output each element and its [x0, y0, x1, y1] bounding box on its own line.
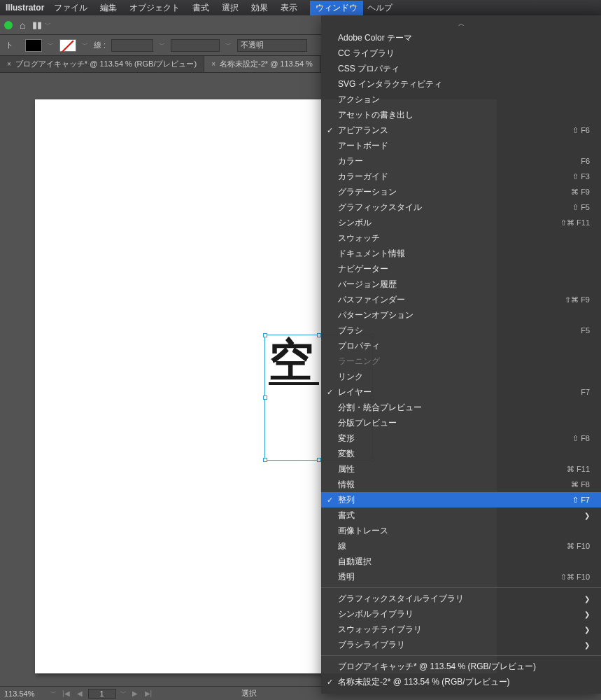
- menu-item[interactable]: ✓アピアランス⇧ F6: [321, 122, 601, 138]
- menu-item-label: グラフィックスタイルライブラリ: [338, 593, 584, 605]
- menu-item[interactable]: 属性⌘ F11: [321, 461, 601, 477]
- menu-item[interactable]: 情報⌘ F8: [321, 477, 601, 492]
- menu-item[interactable]: ドキュメント情報: [321, 246, 601, 261]
- menu-item[interactable]: プロパティ: [321, 338, 601, 354]
- close-icon[interactable]: ×: [211, 60, 215, 68]
- menu-item[interactable]: パスファインダー⇧⌘ F9: [321, 292, 601, 307]
- menu-shortcut: ⇧ F3: [572, 172, 590, 181]
- menu-item[interactable]: カラーF6: [321, 153, 601, 169]
- menu-item[interactable]: ✓名称未設定-2* @ 113.54 % (RGB/プレビュー): [321, 674, 601, 690]
- workspace-switcher[interactable]: ▮▮ ﹀: [32, 20, 51, 30]
- selection-status: 選択: [241, 688, 257, 699]
- first-artboard-icon[interactable]: |◀: [61, 690, 71, 697]
- menu-item[interactable]: パターンオプション: [321, 307, 601, 323]
- home-icon[interactable]: ⌂: [20, 20, 25, 31]
- menu-view[interactable]: 表示: [281, 2, 297, 14]
- menu-item-label: 透明: [338, 571, 560, 583]
- resize-handle[interactable]: [317, 458, 321, 462]
- menu-item[interactable]: グラデーション⌘ F9: [321, 184, 601, 200]
- menu-item[interactable]: 線⌘ F10: [321, 538, 601, 554]
- menu-item[interactable]: 透明⇧⌘ F10: [321, 569, 601, 584]
- menu-item[interactable]: ✓整列⇧ F7: [321, 492, 601, 507]
- chevron-down-icon[interactable]: ﹀: [225, 41, 232, 50]
- menu-item[interactable]: CSS プロパティ: [321, 61, 601, 76]
- window-menu-dropdown: ︿ Adobe Color テーマCC ライブラリCSS プロパティSVG イン…: [321, 15, 601, 694]
- menu-item[interactable]: ブログアイキャッチ* @ 113.54 % (RGB/プレビュー): [321, 659, 601, 674]
- next-artboard-icon[interactable]: ▶: [131, 690, 139, 697]
- opacity-input[interactable]: 不透明: [237, 39, 307, 52]
- menu-item-label: カラー: [338, 155, 581, 167]
- menu-item-label: Adobe Color テーマ: [338, 32, 590, 44]
- menu-item[interactable]: スウォッチライブラリ❯: [321, 622, 601, 637]
- menu-item[interactable]: Adobe Color テーマ: [321, 30, 601, 46]
- menu-item[interactable]: スウォッチ: [321, 230, 601, 246]
- submenu-arrow-icon: ❯: [584, 512, 590, 519]
- menu-item[interactable]: ナビゲーター: [321, 261, 601, 276]
- menu-item[interactable]: 分版プレビュー: [321, 415, 601, 430]
- chevron-down-icon[interactable]: ﹀: [48, 41, 54, 50]
- menu-item[interactable]: 変形⇧ F8: [321, 430, 601, 446]
- document-tab[interactable]: × 名称未設定-2* @ 113.54 %: [204, 56, 320, 72]
- menu-file[interactable]: ファイル: [54, 2, 87, 14]
- menu-item[interactable]: SVG インタラクティビティ: [321, 76, 601, 92]
- chevron-down-icon[interactable]: ﹀: [159, 41, 165, 50]
- artboard-number-input[interactable]: [88, 689, 116, 699]
- prev-artboard-icon[interactable]: ◀: [76, 690, 84, 697]
- resize-handle[interactable]: [317, 333, 321, 337]
- submenu-arrow-icon: ❯: [584, 626, 590, 634]
- menu-item-label: 情報: [338, 479, 571, 491]
- stroke-profile-input[interactable]: [171, 39, 220, 52]
- menu-item[interactable]: ✓レイヤーF7: [321, 384, 601, 400]
- menu-item[interactable]: 分割・統合プレビュー: [321, 400, 601, 415]
- document-tab[interactable]: × ブログアイキャッチ* @ 113.54 % (RGB/プレビュー): [0, 56, 204, 72]
- menu-shortcut: ⇧ F8: [572, 434, 590, 443]
- menu-window[interactable]: ウィンドウ: [310, 1, 363, 15]
- close-icon[interactable]: ×: [7, 60, 11, 68]
- window-maximize-icon[interactable]: [4, 21, 13, 29]
- chevron-down-icon[interactable]: ﹀: [120, 689, 127, 698]
- menu-type[interactable]: 書式: [192, 2, 209, 14]
- stroke-swatch[interactable]: [59, 39, 76, 52]
- menu-item[interactable]: シンボル⇧⌘ F11: [321, 215, 601, 230]
- menu-item[interactable]: シンボルライブラリ❯: [321, 606, 601, 622]
- check-icon: ✓: [327, 126, 333, 135]
- resize-handle[interactable]: [263, 333, 267, 337]
- chevron-down-icon[interactable]: ﹀: [50, 689, 57, 698]
- menu-object[interactable]: オブジェクト: [129, 2, 180, 14]
- fill-swatch[interactable]: [25, 39, 42, 52]
- menu-item-label: 名称未設定-2* @ 113.54 % (RGB/プレビュー): [338, 676, 590, 688]
- menu-item[interactable]: アートボード: [321, 138, 601, 153]
- menu-item[interactable]: 書式❯: [321, 507, 601, 523]
- menu-select[interactable]: 選択: [222, 2, 239, 14]
- resize-handle[interactable]: [263, 458, 267, 462]
- menu-item[interactable]: ブラシF5: [321, 323, 601, 338]
- check-icon: ✓: [327, 388, 333, 397]
- stroke-weight-input[interactable]: [111, 39, 153, 52]
- menu-item[interactable]: グラフィックスタイルライブラリ❯: [321, 591, 601, 606]
- menu-item[interactable]: バージョン履歴: [321, 276, 601, 292]
- menu-item[interactable]: リンク: [321, 369, 601, 384]
- menu-item-label: カラーガイド: [338, 171, 572, 183]
- menu-effect[interactable]: 効果: [251, 2, 268, 14]
- chevron-down-icon[interactable]: ﹀: [82, 41, 88, 50]
- menu-edit[interactable]: 編集: [100, 2, 117, 14]
- last-artboard-icon[interactable]: ▶|: [143, 690, 154, 697]
- menu-help[interactable]: ヘルプ: [367, 2, 393, 14]
- check-icon: ✓: [327, 496, 333, 505]
- menu-item[interactable]: CC ライブラリ: [321, 46, 601, 61]
- menu-item[interactable]: グラフィックスタイル⇧ F5: [321, 200, 601, 215]
- menu-item[interactable]: アクション: [321, 92, 601, 107]
- menu-item[interactable]: 画像トレース: [321, 523, 601, 538]
- menu-scroll-up-icon[interactable]: ︿: [321, 20, 601, 30]
- app-name: Illustrator: [6, 3, 44, 13]
- zoom-level[interactable]: 113.54%: [4, 690, 46, 698]
- resize-handle[interactable]: [263, 396, 267, 400]
- tab-label: ブログアイキャッチ* @ 113.54 % (RGB/プレビュー): [15, 59, 197, 69]
- menu-item[interactable]: アセットの書き出し: [321, 107, 601, 122]
- menu-item[interactable]: 変数: [321, 446, 601, 461]
- menu-item[interactable]: カラーガイド⇧ F3: [321, 169, 601, 184]
- menu-item[interactable]: 自動選択: [321, 554, 601, 569]
- stroke-label: 線 :: [94, 40, 106, 50]
- menu-item[interactable]: ブラシライブラリ❯: [321, 637, 601, 652]
- menu-shortcut: ⇧⌘ F10: [560, 573, 590, 582]
